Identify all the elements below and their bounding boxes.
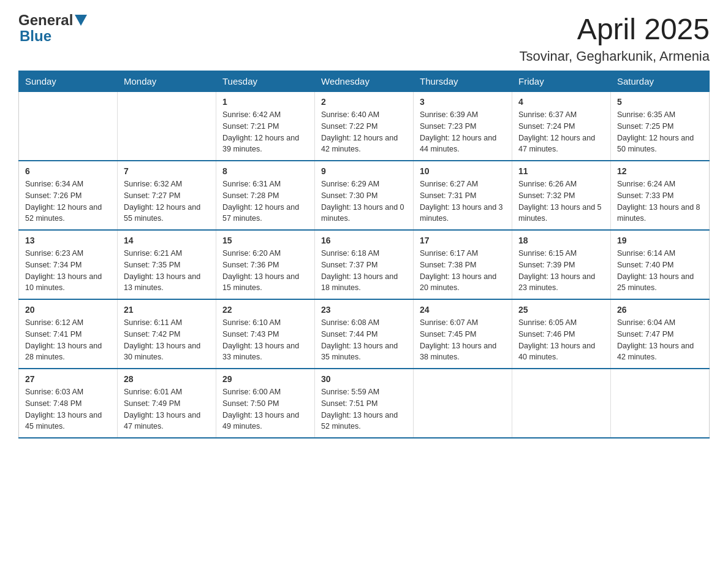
day-info: Sunrise: 6:05 AMSunset: 7:46 PMDaylight:… (518, 317, 604, 363)
day-info: Sunrise: 6:37 AMSunset: 7:24 PMDaylight:… (518, 109, 604, 155)
day-number: 18 (518, 236, 604, 245)
day-info: Sunrise: 6:07 AMSunset: 7:45 PMDaylight:… (420, 317, 506, 363)
day-number: 22 (222, 305, 308, 315)
day-number: 2 (321, 97, 407, 107)
day-number: 27 (25, 374, 111, 384)
calendar-cell-w1-d6: 4Sunrise: 6:37 AMSunset: 7:24 PMDaylight… (512, 92, 611, 161)
calendar-cell-w2-d3: 8Sunrise: 6:31 AMSunset: 7:28 PMDaylight… (216, 161, 315, 230)
day-info: Sunrise: 6:26 AMSunset: 7:32 PMDaylight:… (518, 178, 604, 224)
day-info: Sunrise: 6:27 AMSunset: 7:31 PMDaylight:… (420, 178, 506, 224)
day-info: Sunrise: 6:10 AMSunset: 7:43 PMDaylight:… (222, 317, 308, 363)
day-info: Sunrise: 6:34 AMSunset: 7:26 PMDaylight:… (25, 178, 111, 224)
day-info: Sunrise: 6:11 AMSunset: 7:42 PMDaylight:… (124, 317, 210, 363)
day-number: 20 (25, 305, 111, 315)
calendar-cell-w2-d4: 9Sunrise: 6:29 AMSunset: 7:30 PMDaylight… (315, 161, 414, 230)
day-number: 3 (420, 97, 506, 107)
day-number: 16 (321, 236, 407, 245)
day-info: Sunrise: 6:12 AMSunset: 7:41 PMDaylight:… (25, 317, 111, 363)
col-sunday: Sunday (19, 71, 118, 92)
page-subtitle: Tsovinar, Gegharkunik, Armenia (519, 48, 710, 64)
day-number: 28 (124, 374, 210, 384)
col-thursday: Thursday (414, 71, 512, 92)
day-info: Sunrise: 6:01 AMSunset: 7:49 PMDaylight:… (124, 386, 210, 432)
calendar-cell-w3-d7: 19Sunrise: 6:14 AMSunset: 7:40 PMDayligh… (611, 230, 710, 299)
day-info: Sunrise: 6:35 AMSunset: 7:25 PMDaylight:… (617, 109, 703, 155)
calendar-cell-w2-d7: 12Sunrise: 6:24 AMSunset: 7:33 PMDayligh… (611, 161, 710, 230)
day-info: Sunrise: 6:42 AMSunset: 7:21 PMDaylight:… (222, 109, 308, 155)
day-number: 30 (321, 374, 407, 384)
day-info: Sunrise: 6:15 AMSunset: 7:39 PMDaylight:… (518, 248, 604, 294)
calendar-week-4: 20Sunrise: 6:12 AMSunset: 7:41 PMDayligh… (19, 299, 710, 369)
day-info: Sunrise: 6:03 AMSunset: 7:48 PMDaylight:… (25, 386, 111, 432)
calendar-cell-w5-d2: 28Sunrise: 6:01 AMSunset: 7:49 PMDayligh… (118, 369, 216, 438)
calendar-cell-w3-d2: 14Sunrise: 6:21 AMSunset: 7:35 PMDayligh… (118, 230, 216, 299)
logo-triangle-icon (75, 15, 87, 26)
calendar-cell-w2-d6: 11Sunrise: 6:26 AMSunset: 7:32 PMDayligh… (512, 161, 611, 230)
calendar-cell-w2-d2: 7Sunrise: 6:32 AMSunset: 7:27 PMDaylight… (118, 161, 216, 230)
day-number: 12 (617, 166, 703, 176)
calendar-cell-w4-d6: 25Sunrise: 6:05 AMSunset: 7:46 PMDayligh… (512, 299, 611, 369)
logo-blue-text: Blue (20, 28, 89, 44)
day-number: 21 (124, 305, 210, 315)
day-number: 9 (321, 166, 407, 176)
day-number: 29 (222, 374, 308, 384)
day-number: 24 (420, 305, 506, 315)
day-number: 26 (617, 305, 703, 315)
calendar-cell-w1-d2 (118, 92, 216, 161)
page-title: April 2025 (519, 12, 710, 46)
calendar-cell-w3-d4: 16Sunrise: 6:18 AMSunset: 7:37 PMDayligh… (315, 230, 414, 299)
calendar-table: Sunday Monday Tuesday Wednesday Thursday… (18, 71, 710, 439)
day-info: Sunrise: 6:29 AMSunset: 7:30 PMDaylight:… (321, 178, 407, 224)
day-number: 6 (25, 166, 111, 176)
col-monday: Monday (118, 71, 216, 92)
logo-general-text: General (18, 12, 73, 28)
day-info: Sunrise: 6:04 AMSunset: 7:47 PMDaylight:… (617, 317, 703, 363)
day-number: 23 (321, 305, 407, 315)
day-info: Sunrise: 6:00 AMSunset: 7:50 PMDaylight:… (222, 386, 308, 432)
col-wednesday: Wednesday (315, 71, 414, 92)
day-number: 13 (25, 236, 111, 245)
logo: General Blue (18, 12, 89, 45)
day-info: Sunrise: 6:31 AMSunset: 7:28 PMDaylight:… (222, 178, 308, 224)
day-number: 4 (518, 97, 604, 107)
calendar-cell-w1-d4: 2Sunrise: 6:40 AMSunset: 7:22 PMDaylight… (315, 92, 414, 161)
calendar-cell-w5-d3: 29Sunrise: 6:00 AMSunset: 7:50 PMDayligh… (216, 369, 315, 438)
calendar-cell-w4-d2: 21Sunrise: 6:11 AMSunset: 7:42 PMDayligh… (118, 299, 216, 369)
logo-line1: General (18, 12, 89, 28)
calendar-cell-w4-d4: 23Sunrise: 6:08 AMSunset: 7:44 PMDayligh… (315, 299, 414, 369)
calendar-cell-w2-d1: 6Sunrise: 6:34 AMSunset: 7:26 PMDaylight… (19, 161, 118, 230)
calendar-cell-w1-d5: 3Sunrise: 6:39 AMSunset: 7:23 PMDaylight… (414, 92, 512, 161)
calendar-cell-w1-d7: 5Sunrise: 6:35 AMSunset: 7:25 PMDaylight… (611, 92, 710, 161)
calendar-cell-w3-d6: 18Sunrise: 6:15 AMSunset: 7:39 PMDayligh… (512, 230, 611, 299)
day-number: 11 (518, 166, 604, 176)
calendar-week-3: 13Sunrise: 6:23 AMSunset: 7:34 PMDayligh… (19, 230, 710, 299)
day-info: Sunrise: 5:59 AMSunset: 7:51 PMDaylight:… (321, 386, 407, 432)
day-info: Sunrise: 6:21 AMSunset: 7:35 PMDaylight:… (124, 248, 210, 294)
col-saturday: Saturday (611, 71, 710, 92)
calendar-cell-w3-d1: 13Sunrise: 6:23 AMSunset: 7:34 PMDayligh… (19, 230, 118, 299)
day-number: 1 (222, 97, 308, 107)
day-number: 25 (518, 305, 604, 315)
day-info: Sunrise: 6:08 AMSunset: 7:44 PMDaylight:… (321, 317, 407, 363)
day-number: 7 (124, 166, 210, 176)
col-friday: Friday (512, 71, 611, 92)
day-info: Sunrise: 6:18 AMSunset: 7:37 PMDaylight:… (321, 248, 407, 294)
calendar-cell-w5-d7 (611, 369, 710, 438)
calendar-cell-w4-d3: 22Sunrise: 6:10 AMSunset: 7:43 PMDayligh… (216, 299, 315, 369)
title-block: April 2025 Tsovinar, Gegharkunik, Armeni… (519, 12, 710, 64)
day-number: 19 (617, 236, 703, 245)
day-info: Sunrise: 6:39 AMSunset: 7:23 PMDaylight:… (420, 109, 506, 155)
day-info: Sunrise: 6:17 AMSunset: 7:38 PMDaylight:… (420, 248, 506, 294)
day-number: 17 (420, 236, 506, 245)
calendar-cell-w4-d1: 20Sunrise: 6:12 AMSunset: 7:41 PMDayligh… (19, 299, 118, 369)
calendar-cell-w4-d5: 24Sunrise: 6:07 AMSunset: 7:45 PMDayligh… (414, 299, 512, 369)
day-number: 10 (420, 166, 506, 176)
col-tuesday: Tuesday (216, 71, 315, 92)
calendar-week-5: 27Sunrise: 6:03 AMSunset: 7:48 PMDayligh… (19, 369, 710, 438)
calendar-week-2: 6Sunrise: 6:34 AMSunset: 7:26 PMDaylight… (19, 161, 710, 230)
calendar-cell-w5-d6 (512, 369, 611, 438)
day-number: 5 (617, 97, 703, 107)
day-info: Sunrise: 6:24 AMSunset: 7:33 PMDaylight:… (617, 178, 703, 224)
day-number: 14 (124, 236, 210, 245)
calendar-cell-w5-d4: 30Sunrise: 5:59 AMSunset: 7:51 PMDayligh… (315, 369, 414, 438)
